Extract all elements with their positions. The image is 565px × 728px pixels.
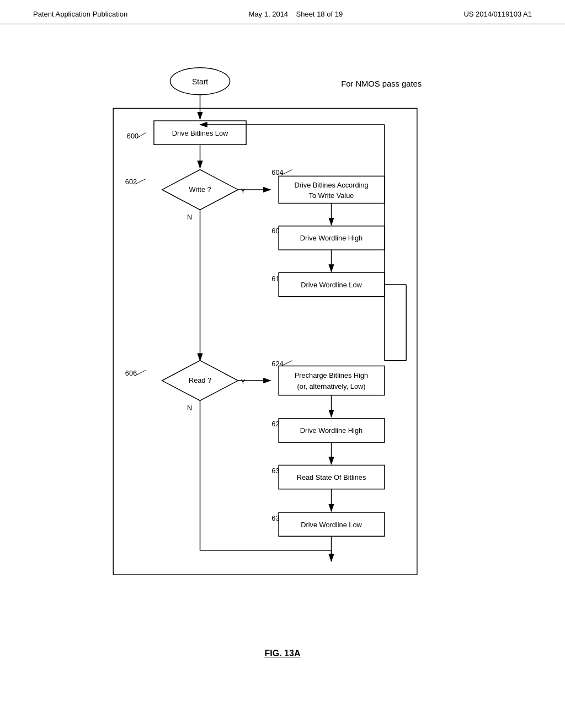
diagram-area: For NMOS pass gates Start 600 Drive Bitl… xyxy=(0,24,565,675)
read-n-label: N xyxy=(187,404,192,412)
header-right: US 2014/0119103 A1 xyxy=(463,10,532,18)
box-632-text: Read State Of Bitlines xyxy=(297,473,366,481)
nmos-label: For NMOS pass gates xyxy=(341,79,422,88)
flowchart-svg: For NMOS pass gates Start 600 Drive Bitl… xyxy=(0,24,565,675)
read-y-label: Y xyxy=(241,378,246,386)
label-604: 604 xyxy=(271,168,283,176)
box-636-text: Drive Wordline Low xyxy=(301,521,362,529)
write-n-label: N xyxy=(187,213,192,221)
box-604-text2: To Write Value xyxy=(309,191,354,200)
box-624-text2: (or, alternatively, Low) xyxy=(297,382,366,390)
label-606: 606 xyxy=(125,369,137,377)
box-600-text: Drive Bitlines Low xyxy=(172,129,228,137)
diamond-602-text: Write ? xyxy=(189,185,211,194)
header-center: May 1, 2014 Sheet 18 of 19 xyxy=(249,10,343,18)
box-612-text: Drive Wordline Low xyxy=(301,281,362,289)
start-label: Start xyxy=(192,78,208,86)
diamond-606-text: Read ? xyxy=(189,376,211,384)
box-608-text: Drive Wordline High xyxy=(300,234,363,242)
box-628-text: Drive Wordline High xyxy=(300,426,363,435)
header-left: Patent Application Publication xyxy=(33,10,127,18)
box-624 xyxy=(279,366,385,395)
label-600: 600 xyxy=(127,132,138,140)
box-624-text1: Precharge Bitlines High xyxy=(295,371,368,379)
box-604-text1: Drive Bitlines According xyxy=(294,181,368,189)
figure-caption: FIG. 13A xyxy=(265,649,301,659)
page-header: Patent Application Publication May 1, 20… xyxy=(0,0,565,24)
write-y-label: Y xyxy=(241,187,246,195)
label-602: 602 xyxy=(125,178,137,186)
